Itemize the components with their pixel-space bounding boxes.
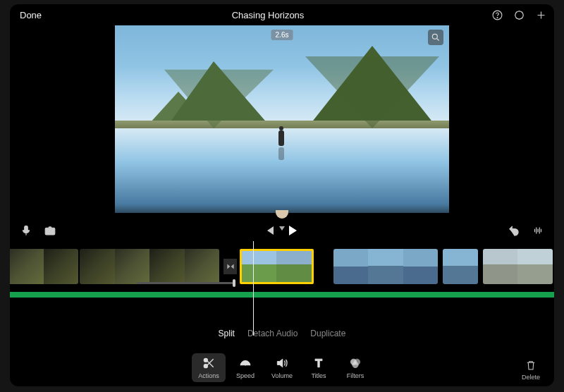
trash-icon — [525, 359, 537, 372]
timeline-clip[interactable] — [333, 249, 439, 284]
undo-icon[interactable] — [508, 224, 520, 237]
text-icon — [312, 356, 326, 370]
prev-frame-button[interactable] — [267, 226, 274, 235]
filters-icon — [348, 356, 362, 370]
edit-actions-menu: Split Detach Audio Duplicate — [10, 324, 554, 343]
magnifier-icon — [431, 32, 441, 42]
tool-actions[interactable]: Actions — [192, 353, 226, 382]
svg-point-6 — [48, 229, 52, 233]
header-bar: Done Chasing Horizons — [10, 4, 554, 25]
speedometer-icon — [238, 356, 252, 370]
scrub-handle[interactable] — [10, 213, 554, 220]
split-button[interactable]: Split — [219, 329, 235, 338]
tool-label: Speed — [236, 372, 255, 379]
tool-speed[interactable]: Speed — [228, 353, 262, 382]
microphone-icon[interactable] — [20, 224, 32, 237]
timeline-clip[interactable] — [80, 249, 219, 284]
video-preview[interactable]: 2.6s — [115, 25, 449, 213]
tool-label: Actions — [198, 372, 219, 379]
playhead[interactable] — [253, 241, 254, 336]
help-icon[interactable] — [491, 9, 503, 21]
audio-waveform-icon[interactable] — [532, 224, 544, 237]
tool-label: Volume — [271, 372, 293, 379]
add-icon[interactable] — [535, 9, 547, 21]
timeline-clip[interactable] — [10, 249, 78, 284]
svg-point-1 — [497, 17, 498, 18]
tool-volume[interactable]: Volume — [265, 353, 299, 382]
preview-zoom-button[interactable] — [428, 30, 443, 45]
scissors-icon — [202, 356, 216, 370]
delete-label: Delete — [522, 374, 540, 381]
play-button[interactable] — [289, 226, 297, 235]
speaker-icon — [275, 356, 289, 370]
settings-icon[interactable] — [513, 9, 525, 21]
project-title: Chasing Horizons — [44, 10, 491, 20]
tool-filters[interactable]: Filters — [338, 353, 372, 382]
clip-duration-badge: 2.6s — [271, 30, 293, 40]
duplicate-button[interactable]: Duplicate — [310, 329, 345, 338]
tool-titles[interactable]: Titles — [302, 353, 336, 382]
transition-icon[interactable] — [223, 259, 237, 274]
bottom-toolbar: Actions Speed Volume Titles Filters Dele… — [10, 343, 554, 386]
audio-track[interactable] — [10, 292, 554, 298]
svg-point-3 — [432, 34, 437, 39]
camera-icon[interactable] — [44, 224, 56, 237]
tool-label: Filters — [347, 372, 364, 379]
timeline-clip[interactable] — [443, 249, 478, 284]
svg-point-2 — [515, 11, 523, 18]
timeline-zoom-slider[interactable] — [137, 282, 235, 284]
timeline-clip[interactable] — [483, 249, 553, 284]
timeline-clip-selected[interactable] — [240, 249, 314, 284]
detach-audio-button[interactable]: Detach Audio — [247, 329, 298, 338]
timeline[interactable] — [10, 241, 554, 310]
tool-label: Titles — [311, 372, 326, 379]
delete-button[interactable]: Delete — [522, 359, 540, 381]
done-button[interactable]: Done — [17, 8, 44, 22]
timeline-controls — [10, 220, 554, 241]
svg-point-11 — [352, 362, 358, 367]
